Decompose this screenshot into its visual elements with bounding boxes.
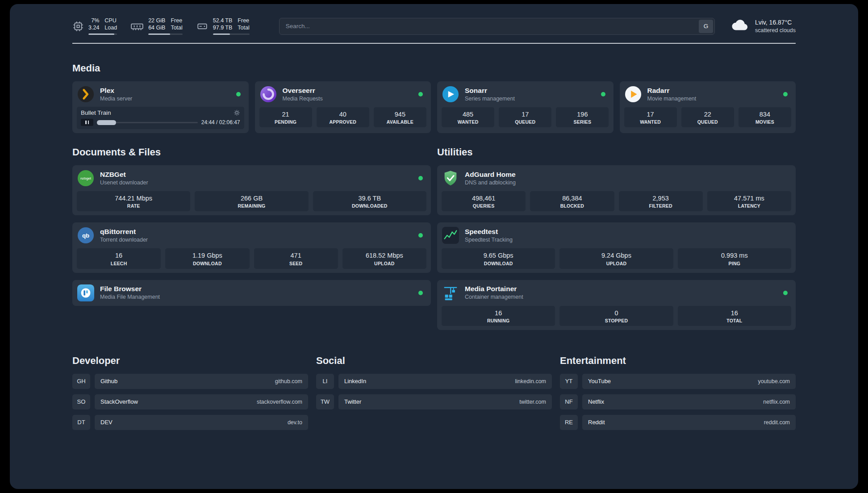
card-filebrowser[interactable]: File Browser Media File Management [72,280,431,306]
cpu-widget: 7% 3.24 CPU Load [72,17,117,35]
stat-tile: 266 GB REMAINING [195,191,308,211]
service-name: Speedtest [465,227,513,236]
stat-tile: 9.24 Gbps UPLOAD [559,248,673,268]
stat-tile: 196 SERIES [556,107,609,127]
bookmark-link[interactable]: YouTube youtube.com [582,374,796,389]
stat-value: 485 [443,110,492,118]
stat-tile: 498,461 QUERIES [442,191,526,211]
stat-value: 16 [680,309,789,317]
stat-label: SERIES [558,119,607,125]
bookmark-link[interactable]: Netflix netflix.com [582,394,796,409]
section-title-utilities: Utilities [437,146,796,158]
stat-label: QUEUED [501,119,550,125]
bookmark-twitter: TW Twitter twitter.com [316,394,552,409]
status-dot [783,92,788,96]
service-subtitle: Movie management [647,95,697,102]
service-subtitle: Media Requests [283,95,323,102]
nzbget-icon: nzbget [77,169,95,187]
stat-label: DOWNLOAD [167,261,247,266]
bookmark-abbr[interactable]: NF [560,394,578,409]
search-engine-button[interactable]: G [699,20,713,33]
filebrowser-icon [77,284,95,302]
card-portainer[interactable]: Media Portainer Container management 16 … [437,280,796,330]
stat-tile: 945 AVAILABLE [374,107,426,127]
bookmark-github: GH Github github.com [72,374,308,389]
bookmark-name: Reddit [588,419,605,426]
bookmark-name: DEV [100,419,113,426]
bookmark-link[interactable]: DEV dev.to [95,415,308,430]
service-name: qBittorrent [100,227,148,236]
card-overseerr[interactable]: Overseerr Media Requests 21 PENDING 40 A… [255,81,431,133]
bookmark-link[interactable]: Reddit reddit.com [582,415,796,430]
bookmark-abbr[interactable]: GH [72,374,90,389]
pause-button[interactable] [81,119,93,126]
cpu-percent: 7% [91,17,99,25]
stat-label: UPLOAD [561,261,671,266]
section-developer: Developer GH Github github.com SO StackO… [72,355,308,430]
cpu-usage-bar [88,33,117,35]
stat-label: WANTED [443,119,492,125]
bookmark-link[interactable]: Twitter twitter.com [338,394,552,409]
bookmark-abbr[interactable]: RE [560,415,578,430]
weather-condition: scattered clouds [755,27,796,34]
bookmark-netflix: NF Netflix netflix.com [560,394,796,409]
stat-tile: 0.993 ms PING [678,248,791,268]
bookmark-abbr[interactable]: TW [316,394,334,409]
status-dot [418,233,423,238]
memory-total-value: 64 GiB [148,25,165,32]
status-dot [418,176,423,180]
card-nzbget[interactable]: nzbget NZBGet Usenet downloader 744.21 M… [72,165,431,215]
service-subtitle: Container management [465,293,523,301]
stat-value: 1.19 Gbps [167,251,247,259]
stat-label: PENDING [261,119,310,125]
qbittorrent-icon: qb [77,226,95,244]
cpu-label: CPU [104,17,117,25]
stat-tile: 47.571 ms LATENCY [707,191,791,211]
stat-label: QUERIES [443,203,524,209]
stat-label: SEED [256,261,336,266]
memory-widget: 22 GiB 64 GiB Free Total [130,17,183,35]
playback-time: 24:44 / 02:06:47 [201,119,240,125]
stat-tile: 21 PENDING [259,107,312,127]
stat-value: 2,953 [621,194,701,202]
bookmark-abbr[interactable]: SO [72,394,90,409]
card-qbittorrent[interactable]: qb qBittorrent Torrent downloader 16 [72,222,431,272]
disk-free-value: 52.4 TB [213,17,233,25]
gear-icon[interactable] [234,109,240,116]
service-subtitle: Speedtest Tracking [465,236,513,243]
stat-tile: 17 WANTED [624,107,677,127]
section-title-entertainment: Entertainment [560,355,796,367]
disk-usage-bar [213,33,250,35]
stat-label: AVAILABLE [376,119,425,125]
portainer-icon [442,284,459,302]
topbar: 7% 3.24 CPU Load [72,4,796,44]
card-speedtest[interactable]: Speedtest Speedtest Tracking 9.65 Gbps D… [437,222,796,272]
dashboard: 7% 3.24 CPU Load [10,4,858,489]
stat-tile: 744.21 Mbps RATE [77,191,190,211]
bookmark-abbr[interactable]: YT [560,374,578,389]
stat-value: 17 [501,110,550,118]
bookmark-link[interactable]: Github github.com [95,374,308,389]
stat-tile: 86,384 BLOCKED [530,191,614,211]
bookmark-link[interactable]: LinkedIn linkedin.com [338,374,552,389]
card-plex[interactable]: Plex Media server Bullet Train [72,81,249,133]
stat-value: 744.21 Mbps [79,194,188,202]
card-adguard[interactable]: AdGuard Home DNS and adblocking 498,461 … [437,165,796,215]
bookmark-abbr[interactable]: LI [316,374,334,389]
stat-value: 834 [740,110,789,118]
stat-value: 22 [683,110,732,118]
stat-label: TOTAL [680,318,789,323]
stat-value: 196 [558,110,607,118]
seek-bar[interactable] [97,120,198,125]
stat-value: 945 [376,110,425,118]
bookmark-link[interactable]: StackOverflow stackoverflow.com [95,394,308,409]
stat-tile: 39.6 TB DOWNLOADED [313,191,426,211]
stat-label: REMAINING [196,203,306,209]
card-radarr[interactable]: Radarr Movie management 17 WANTED 22 QUE… [620,81,796,133]
section-documents: Documents & Files nzbget NZBGet Usenet d… [72,146,431,330]
bookmark-abbr[interactable]: DT [72,415,90,430]
card-sonarr[interactable]: Sonarr Series management 485 WANTED 17 Q… [437,81,613,133]
stat-tile: 16 TOTAL [678,306,791,326]
service-subtitle: Media server [100,95,132,102]
search-input[interactable] [279,18,715,35]
